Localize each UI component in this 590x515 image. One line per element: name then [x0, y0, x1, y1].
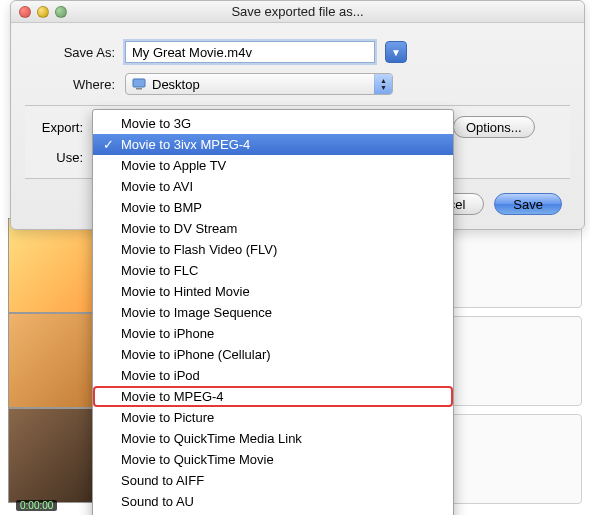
- where-value: Desktop: [152, 77, 200, 92]
- export-menu-item[interactable]: Movie to DV Stream: [93, 218, 453, 239]
- export-menu-item[interactable]: Movie to QuickTime Media Link: [93, 428, 453, 449]
- filename-input[interactable]: [125, 41, 375, 63]
- titlebar: Save exported file as...: [11, 1, 584, 23]
- minimize-icon[interactable]: [37, 6, 49, 18]
- desktop-icon: [132, 77, 146, 91]
- export-menu-item[interactable]: Movie to Flash Video (FLV): [93, 239, 453, 260]
- grid-cell: [434, 218, 582, 308]
- save-button[interactable]: Save: [494, 193, 562, 215]
- export-menu-item[interactable]: Movie to Hinted Movie: [93, 281, 453, 302]
- export-menu-item[interactable]: Movie to AVI: [93, 176, 453, 197]
- options-button[interactable]: Options...: [453, 116, 535, 138]
- export-label: Export:: [33, 120, 93, 135]
- export-menu-item[interactable]: Movie to iPhone: [93, 323, 453, 344]
- grid-cell: [434, 316, 582, 406]
- chevron-down-icon: ▼: [391, 47, 401, 58]
- export-menu-item[interactable]: Movie to 3ivx MPEG-4: [93, 134, 453, 155]
- zoom-icon[interactable]: [55, 6, 67, 18]
- export-menu-item[interactable]: Movie to MPEG-4: [93, 386, 453, 407]
- updown-arrows-icon: ▲▼: [374, 74, 392, 94]
- svg-rect-0: [133, 79, 145, 87]
- window-title: Save exported file as...: [11, 4, 584, 19]
- where-popup[interactable]: Desktop ▲▼: [125, 73, 393, 95]
- svg-rect-1: [136, 88, 142, 90]
- export-menu-item[interactable]: Sound to AU: [93, 491, 453, 512]
- timestamp-badge: 0:00:00: [16, 500, 57, 511]
- export-menu-item[interactable]: Movie to iPhone (Cellular): [93, 344, 453, 365]
- use-label: Use:: [33, 150, 93, 165]
- save-as-label: Save As:: [45, 45, 125, 60]
- export-menu-item[interactable]: Movie to QuickTime Movie: [93, 449, 453, 470]
- where-label: Where:: [45, 77, 125, 92]
- window-controls: [11, 6, 67, 18]
- export-menu-item[interactable]: Movie to BMP: [93, 197, 453, 218]
- export-menu-item[interactable]: Movie to iPod: [93, 365, 453, 386]
- export-menu-item[interactable]: Movie to Image Sequence: [93, 302, 453, 323]
- history-dropdown-button[interactable]: ▼: [385, 41, 407, 63]
- export-format-menu[interactable]: Movie to 3GMovie to 3ivx MPEG-4Movie to …: [92, 109, 454, 515]
- export-menu-item[interactable]: Movie to 3G: [93, 113, 453, 134]
- export-menu-item[interactable]: Movie to Picture: [93, 407, 453, 428]
- grid-cell: [434, 414, 582, 504]
- export-menu-item[interactable]: Movie to Apple TV: [93, 155, 453, 176]
- export-menu-item[interactable]: Movie to FLC: [93, 260, 453, 281]
- export-menu-item[interactable]: Sound to AIFF: [93, 470, 453, 491]
- close-icon[interactable]: [19, 6, 31, 18]
